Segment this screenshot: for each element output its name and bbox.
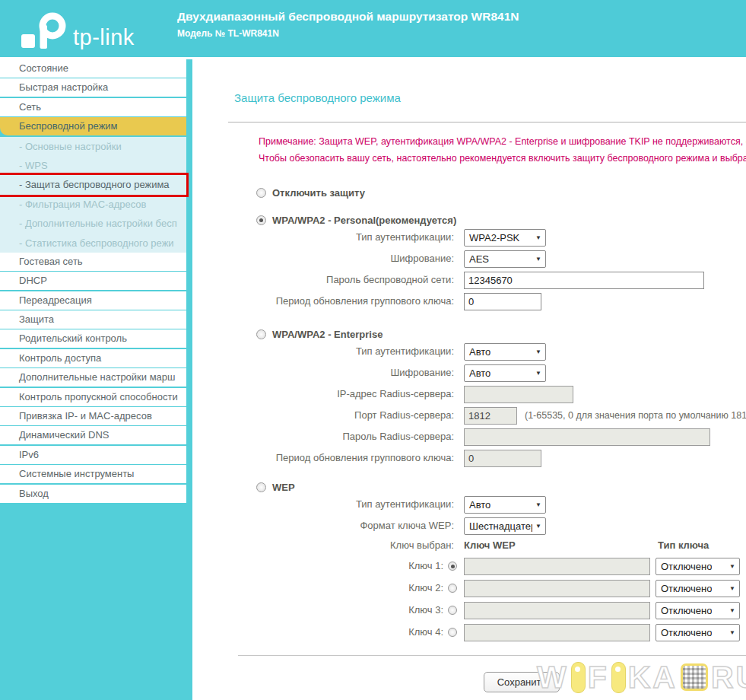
disable-security-radio[interactable] [256, 188, 266, 198]
sidebar-item-wireless[interactable]: Беспроводной режим [0, 117, 186, 135]
divider [228, 122, 746, 123]
auth-type-select[interactable]: WPA2-PSK ▼ [464, 229, 546, 247]
sidebar-item[interactable]: - Основные настройки [0, 137, 186, 156]
wpa-enterprise-label: WPA/WPA2 - Enterprise [272, 326, 383, 343]
app-header: tp-link Двухдиапазонный беспроводной мар… [0, 0, 746, 57]
wep-key-3-radio[interactable] [448, 606, 457, 615]
wep-key-1-input [464, 558, 650, 575]
radius-password-label: Пароль Radius-сервера: [228, 428, 454, 445]
sidebar-item[interactable]: - Статистика беспроводного режи [0, 234, 186, 253]
sidebar-item[interactable]: Гостевая сеть [0, 253, 186, 271]
wep-auth-select[interactable]: Авто ▼ [464, 496, 546, 514]
watermark-letter: F [588, 660, 609, 694]
wpa-personal-label: WPA/WPA2 - Personal(рекомендуется) [272, 212, 456, 229]
select-value: Шестнадцатер [469, 520, 532, 532]
wep-key-label: Ключ 4: [228, 624, 443, 641]
enterprise-period-input [464, 450, 541, 467]
sidebar-item[interactable]: Сеть [0, 98, 186, 116]
svg-text:tp-link: tp-link [73, 25, 135, 49]
wifi-password-input[interactable] [464, 272, 704, 289]
group-key-period-label: Период обновления группового ключа: [228, 450, 454, 466]
wep-key-4-type-select[interactable]: Отключено ▼ [656, 624, 740, 641]
enterprise-auth-select[interactable]: Авто ▼ [464, 343, 546, 361]
sidebar-item[interactable]: Системные инструменты [0, 465, 186, 483]
sidebar-item[interactable]: Динамический DNS [0, 426, 186, 444]
sidebar-item[interactable]: Родительский контроль [0, 329, 186, 348]
select-value: Отключено [661, 605, 712, 616]
sidebar-item[interactable]: DHCP [0, 272, 186, 290]
wep-key-2-input [464, 580, 650, 597]
wep-key-2-type-select[interactable]: Отключено ▼ [656, 580, 740, 597]
chevron-down-icon: ▼ [535, 348, 541, 355]
sidebar-item[interactable]: - WPS [0, 156, 186, 175]
watermark-letter: RU [711, 660, 746, 694]
sidebar-item[interactable]: Переадресация [0, 291, 186, 310]
chevron-down-icon: ▼ [729, 607, 735, 614]
enterprise-encryption-select[interactable]: Авто ▼ [464, 364, 546, 382]
select-value: Отключено [661, 561, 712, 572]
wep-radio[interactable] [256, 482, 266, 492]
wep-key-4-radio[interactable] [448, 628, 457, 637]
select-value: WPA2-PSK [469, 232, 519, 243]
select-value: Авто [469, 499, 490, 511]
encryption-label: Шифрование: [228, 250, 454, 267]
select-value: Отключено [661, 627, 712, 638]
encryption-select[interactable]: AES ▼ [464, 250, 546, 268]
sidebar-item[interactable]: Состояние [0, 59, 186, 78]
watermark-letter: KA [628, 660, 678, 694]
group-key-period-input[interactable] [464, 293, 541, 310]
select-value: Авто [469, 368, 490, 379]
sidebar-menu: СостояниеБыстрая настройкаСетьБеспроводн… [0, 59, 192, 700]
sidebar-item[interactable]: IPv6 [0, 446, 186, 464]
sidebar-item[interactable]: Контроль пропускной способности [0, 388, 186, 406]
wep-key-2-radio[interactable] [448, 584, 457, 593]
wep-label: WEP [272, 479, 295, 496]
wpa-enterprise-radio[interactable] [256, 329, 266, 339]
chevron-down-icon: ▼ [535, 501, 541, 508]
sidebar-item[interactable]: Контроль доступа [0, 349, 186, 368]
auth-type-label: Тип аутентификации: [228, 229, 454, 246]
router-admin-page: tp-link Двухдиапазонный беспроводной мар… [0, 0, 746, 700]
radius-password-input [464, 428, 710, 446]
chevron-down-icon: ▼ [729, 585, 735, 592]
key-selected-label: Ключ выбран: [228, 537, 454, 554]
sidebar-item-active-security[interactable]: - Защита беспроводного режима [0, 175, 186, 194]
page-title: Защита беспроводного режима [234, 91, 401, 104]
divider [238, 655, 746, 656]
wep-key-format-label: Формат ключа WEP: [228, 517, 454, 534]
watermark-letter: W [537, 660, 569, 694]
sidebar-item[interactable]: - Дополнительные настройки бесп [0, 214, 186, 233]
radius-port-input [464, 407, 517, 425]
note-line-2: Чтобы обезопасить вашу сеть, настоятельн… [259, 153, 746, 164]
router-title: Двухдиапазонный беспроводной маршрутизат… [177, 10, 519, 24]
wep-key-format-select[interactable]: Шестнадцатер ▼ [464, 517, 546, 535]
sidebar-item[interactable]: Защита [0, 310, 186, 329]
chevron-down-icon: ▼ [729, 629, 735, 636]
wep-key-column-header: Ключ WEP [464, 537, 516, 554]
chevron-down-icon: ▼ [535, 256, 541, 262]
chevron-down-icon: ▼ [535, 523, 541, 530]
sidebar-item[interactable]: Быстрая настройка [0, 78, 186, 97]
radius-port-hint: (1-65535, 0 для значения порта по умолча… [525, 407, 746, 424]
router-model: Модель № TL-WR841N [177, 28, 279, 39]
sidebar-item[interactable]: Выход [0, 485, 186, 503]
select-value: Отключено [661, 583, 712, 594]
select-value: AES [469, 253, 489, 265]
wifika-watermark: W F KA RU [537, 659, 746, 695]
chevron-down-icon: ▼ [535, 370, 541, 377]
note-line-1: Примечание: Защита WEP, аутентификация W… [259, 136, 746, 147]
tp-link-logo-icon: tp-link [8, 5, 167, 55]
wep-key-3-type-select[interactable]: Отключено ▼ [656, 602, 740, 619]
wep-key-1-radio[interactable] [448, 562, 457, 571]
sidebar-item[interactable]: Дополнительные настройки марш [0, 368, 186, 387]
auth-type-label: Тип аутентификации: [228, 496, 454, 513]
wpa-personal-radio[interactable] [256, 215, 266, 225]
sidebar-item[interactable]: Привязка IP- и MAC-адресов [0, 407, 186, 425]
sidebar-item[interactable]: - Фильтрация MAC-адресов [0, 195, 186, 214]
chevron-down-icon: ▼ [729, 563, 735, 570]
select-value: Авто [469, 346, 490, 358]
wifi-password-label: Пароль беспроводной сети: [228, 272, 454, 288]
wep-key-1-type-select[interactable]: Отключено ▼ [656, 558, 740, 575]
wep-key-label: Ключ 2: [228, 580, 443, 597]
auth-type-label: Тип аутентификации: [228, 343, 454, 360]
